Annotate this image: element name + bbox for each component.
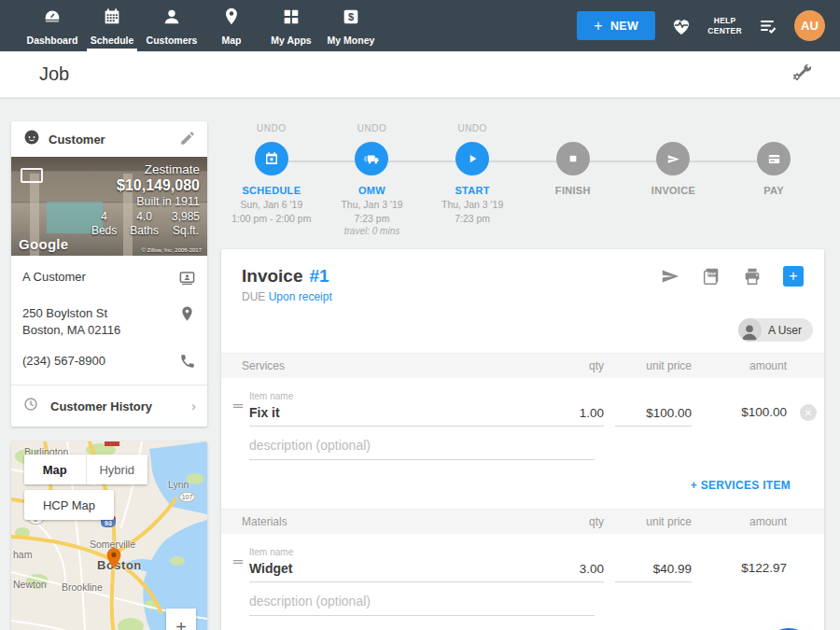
customer-card-title: Customer <box>49 133 172 147</box>
property-photo[interactable]: Zestimate $10,149,080 Built in 1911 4Bed… <box>11 157 207 256</box>
plus-icon: + <box>594 18 603 35</box>
start-play-icon[interactable] <box>455 142 489 175</box>
schedule-step-icon[interactable] <box>255 142 288 175</box>
zestimate-overlay: Zestimate $10,149,080 Built in 1911 4Bed… <box>91 162 200 238</box>
finish-stop-icon[interactable] <box>556 142 590 175</box>
user-avatar[interactable]: AU <box>794 10 825 41</box>
timeline-step-pay: PAY <box>723 123 824 236</box>
step-label: SCHEDULE <box>242 185 301 196</box>
material-unit-price-input[interactable] <box>615 558 692 582</box>
customer-address: 250 Boylston StBoston, MA 02116 <box>22 305 120 338</box>
qty-column-header: qty <box>539 359 604 372</box>
baths-stat: 4.0Baths <box>130 210 159 238</box>
customer-history-label: Customer History <box>50 399 180 413</box>
add-services-item-link[interactable]: + SERVICES ITEM <box>691 479 791 492</box>
print-icon[interactable] <box>742 266 763 287</box>
due-value-link[interactable]: Upon receipt <box>269 290 332 303</box>
pdf-icon[interactable]: PDF <box>701 266 721 287</box>
drag-handle-icon[interactable] <box>231 554 249 582</box>
help-center-link[interactable]: HELPCENTER <box>707 16 742 35</box>
timeline-step-finish: FINISH <box>523 123 623 236</box>
service-qty-input[interactable] <box>539 402 604 427</box>
delete-item-icon[interactable]: ✕ <box>800 404 817 421</box>
service-item-row: Item name $100.00 ✕ <box>221 391 824 427</box>
timeline-step-invoice: INVOICE <box>623 123 724 236</box>
contact-card-icon[interactable] <box>178 269 196 290</box>
nav-item-my-money[interactable]: $ My Money <box>321 0 381 51</box>
send-invoice-icon[interactable] <box>660 266 680 287</box>
health-heart-icon[interactable] <box>670 15 693 37</box>
pay-card-icon[interactable] <box>757 142 791 175</box>
section-name: Materials <box>242 515 539 528</box>
history-clock-icon <box>22 396 39 416</box>
zestimate-label: Zestimate <box>91 162 200 176</box>
location-pin-icon[interactable] <box>178 305 196 327</box>
hcp-map-button[interactable]: HCP Map <box>24 490 114 520</box>
undo-link[interactable]: UNDO <box>357 123 386 136</box>
section-name: Services <box>242 359 539 372</box>
step-date: Thu, Jan 3 '19 <box>441 199 503 210</box>
beds-stat: 4Beds <box>91 210 117 238</box>
service-description-input[interactable] <box>249 434 595 460</box>
service-item-name-input[interactable] <box>249 401 539 427</box>
customer-name: A Customer <box>22 269 86 286</box>
edit-customer-pencil-icon[interactable] <box>179 130 196 149</box>
step-label: INVOICE <box>651 185 695 196</box>
customer-history-row[interactable]: Customer History › <box>11 385 207 427</box>
step-label: START <box>455 185 489 196</box>
step-label: PAY <box>763 185 784 196</box>
nav-items: Dashboard Schedule Customers Map My Apps… <box>0 0 381 51</box>
invoice-title: Invoice <box>242 266 302 287</box>
drag-handle-icon[interactable] <box>231 399 249 427</box>
apps-grid-icon <box>281 7 301 31</box>
step-label: FINISH <box>555 185 591 196</box>
schedule-icon <box>102 7 122 31</box>
invoice-number[interactable]: #1 <box>309 266 329 287</box>
job-location-pin <box>106 548 121 572</box>
map-card[interactable]: Burlington Lynn Somerville ham Boston Ne… <box>11 441 207 630</box>
zestimate-value: $10,149,080 <box>91 177 200 194</box>
material-qty-input[interactable] <box>539 558 604 582</box>
customer-address-row: 250 Boylston StBoston, MA 02116 <box>22 298 196 345</box>
photo-frame-icon[interactable] <box>21 168 43 183</box>
built-year: Built in 1911 <box>91 195 200 208</box>
step-time: 7:23 pm <box>455 213 490 224</box>
nav-item-my-apps[interactable]: My Apps <box>261 0 321 51</box>
nav-item-schedule[interactable]: Schedule <box>82 0 142 51</box>
step-time: 1:00 pm - 2:00 pm <box>231 213 311 224</box>
customer-face-icon <box>22 128 41 150</box>
hybrid-button[interactable]: Hybrid <box>86 455 148 484</box>
map-label-waltham: ham <box>13 549 32 560</box>
money-icon: $ <box>341 7 361 31</box>
invoice-send-icon[interactable] <box>656 142 690 175</box>
chevron-right-icon: › <box>191 399 196 413</box>
checklist-icon[interactable] <box>757 15 779 37</box>
nav-label: Dashboard <box>27 35 78 46</box>
undo-link[interactable]: UNDO <box>257 123 286 136</box>
map-button[interactable]: Map <box>24 455 86 484</box>
google-logo: Google <box>19 236 68 252</box>
zoom-in-button[interactable]: + <box>166 609 196 630</box>
customer-name-row: A Customer <box>22 261 196 298</box>
nav-item-dashboard[interactable]: Dashboard <box>22 0 82 51</box>
phone-icon[interactable] <box>179 353 196 373</box>
new-button[interactable]: +NEW <box>577 11 655 40</box>
material-description-input[interactable] <box>249 590 595 616</box>
map-zoom-control: + − <box>166 609 196 630</box>
assignee-avatar-icon <box>738 318 762 342</box>
service-unit-price-input[interactable] <box>615 402 692 427</box>
add-invoice-button[interactable]: + <box>783 266 804 287</box>
assignee-chip[interactable]: A User <box>738 318 813 342</box>
nav-item-customers[interactable]: Customers <box>142 0 202 51</box>
step-label: OMW <box>358 185 385 196</box>
customer-phone: (234) 567-8900 <box>22 353 105 370</box>
svg-text:PDF: PDF <box>708 272 717 276</box>
customer-card: Customer Zestimate $10,149,080 Built in … <box>11 121 207 427</box>
nav-item-map[interactable]: Map <box>202 0 261 51</box>
undo-link[interactable]: UNDO <box>457 123 486 136</box>
top-nav: Dashboard Schedule Customers Map My Apps… <box>0 0 840 51</box>
material-item-row: Item name $122.97 ✕ <box>221 547 824 582</box>
job-tools-icon[interactable] <box>791 62 814 87</box>
material-item-name-input[interactable] <box>249 557 539 582</box>
omw-truck-icon[interactable] <box>355 142 388 175</box>
